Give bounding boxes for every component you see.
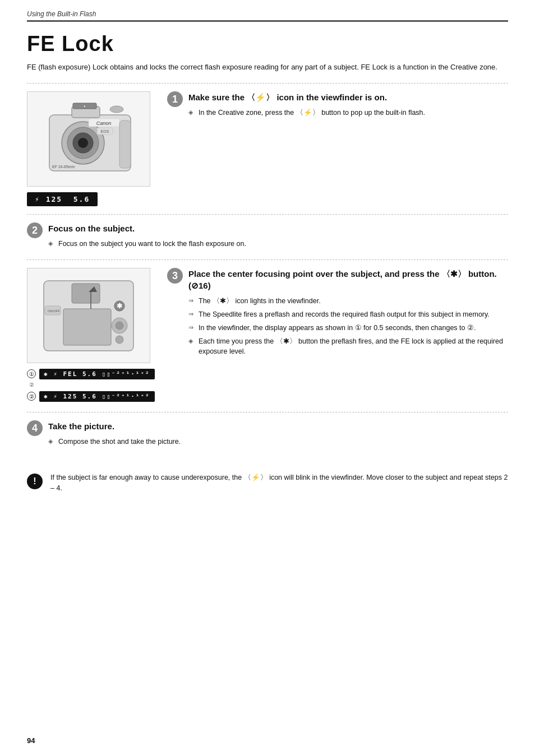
section-divider-2 <box>27 214 508 215</box>
viewfinder-display-1: ⚡ 125 5.6 <box>27 192 98 206</box>
step-3-displays: ① ✱ ⚡ FEL 5.6 ▯▯⁻²⁺¹·¹⁺² ② ② ✱ ⚡ 125 5.6… <box>27 368 156 402</box>
svg-text:EF 24-85mm: EF 24-85mm <box>52 165 75 169</box>
step-1-title: Make sure the 〈⚡〉 icon in the viewfinder… <box>188 91 508 103</box>
step-3-bullet-2: The Speedlite fires a preflash and recor… <box>188 309 508 320</box>
svg-rect-16 <box>72 284 100 303</box>
svg-text:EOS: EOS <box>101 129 109 133</box>
step-3-text: Place the center focusing point over the… <box>188 268 508 360</box>
svg-point-5 <box>78 138 88 148</box>
svg-rect-17 <box>63 309 111 345</box>
page-title: FE Lock <box>27 32 508 56</box>
svg-rect-10 <box>119 120 131 168</box>
step-2-title: Focus on the subject. <box>48 222 508 234</box>
page-number: 94 <box>27 736 35 745</box>
step-1-block: 1 Make sure the 〈⚡〉 icon in the viewfind… <box>167 91 508 121</box>
section-divider-4 <box>27 412 508 412</box>
circle-2-label: ② <box>29 382 156 388</box>
display-row-2: ② ✱ ⚡ 125 5.6 ▯▯⁻²⁺¹·¹⁺² <box>27 390 156 402</box>
camera-back-svg: ✱ ON OFF <box>33 272 145 359</box>
step-3-title: Place the center focusing point over the… <box>188 268 508 291</box>
step-1-row: Canon EOS ▪ EF 24-85mm <box>27 91 508 206</box>
step-3-block: 3 Place the center focusing point over t… <box>167 268 508 360</box>
step-2-bullets: Focus on the subject you want to lock th… <box>48 239 508 249</box>
step-3-bullets: The 〈✱〉 icon lights in the viewfinder. T… <box>188 296 508 357</box>
step-3-bullet-1: The 〈✱〉 icon lights in the viewfinder. <box>188 296 508 307</box>
step-4-content: Take the picture. Compose the shot and t… <box>48 420 508 450</box>
svg-text:Canon: Canon <box>96 120 112 126</box>
header-label: Using the Built-in Flash <box>27 10 508 18</box>
note-text: If the subject is far enough away to cau… <box>50 472 508 494</box>
camera-illustration-1: Canon EOS ▪ EF 24-85mm <box>27 91 150 187</box>
step-1-bullets: In the Creative zone, press the 〈⚡〉 butt… <box>188 108 508 118</box>
step-3-content: 3 Place the center focusing point over t… <box>167 268 508 363</box>
step-4-bullet-1: Compose the shot and take the picture. <box>48 437 508 447</box>
step-1-text: Make sure the 〈⚡〉 icon in the viewfinder… <box>188 91 508 121</box>
step-2-row: 2 Focus on the subject. Focus on the sub… <box>27 222 508 252</box>
step-2-content: Focus on the subject. Focus on the subje… <box>48 222 508 252</box>
display-row-1: ① ✱ ⚡ FEL 5.6 ▯▯⁻²⁺¹·¹⁺² <box>27 368 156 379</box>
step-3-bullet-3: In the viewfinder, the display appears a… <box>188 323 508 333</box>
circle-1: ① <box>27 369 36 378</box>
step-1-bullet-1: In the Creative zone, press the 〈⚡〉 butt… <box>188 108 508 118</box>
svg-text:▪: ▪ <box>84 104 86 109</box>
step-4-row: 4 Take the picture. Compose the shot and… <box>27 420 508 450</box>
svg-point-13 <box>110 106 123 113</box>
page: Using the Built-in Flash FE Lock FE (fla… <box>0 0 535 756</box>
step-2-number: 2 <box>27 222 43 238</box>
svg-point-24 <box>116 322 123 330</box>
header-rule <box>27 20 508 22</box>
camera-svg-1: Canon EOS ▪ EF 24-85mm <box>33 95 145 182</box>
step-1-number: 1 <box>167 91 183 107</box>
step-4-bullets: Compose the shot and take the picture. <box>48 437 508 447</box>
step-2-bullet-1: Focus on the subject you want to lock th… <box>48 239 508 249</box>
display-2-text: ✱ ⚡ 125 5.6 ▯▯⁻²⁺¹·¹⁺² <box>39 391 155 402</box>
step-3-image-area: ✱ ON OFF <box>27 268 156 404</box>
circle-2: ② <box>27 392 36 401</box>
step-4-title: Take the picture. <box>48 420 508 432</box>
step-3-row: ✱ ON OFF <box>27 268 508 404</box>
camera-illustration-2: ✱ ON OFF <box>27 268 150 363</box>
step-3-bullet-4: Each time you press the 〈✱〉 button the p… <box>188 336 508 358</box>
note-icon: ! <box>27 474 43 489</box>
display-1-text: ✱ ⚡ FEL 5.6 ▯▯⁻²⁺¹·¹⁺² <box>39 369 155 379</box>
svg-text:✱: ✱ <box>117 302 122 310</box>
svg-text:OFF: OFF <box>53 309 60 313</box>
step-1-image-area: Canon EOS ▪ EF 24-85mm <box>27 91 156 206</box>
section-divider-1 <box>27 83 508 84</box>
intro-text: FE (flash exposure) Lock obtains and loc… <box>27 62 508 73</box>
step-3-number: 3 <box>167 268 183 284</box>
step-1-content: 1 Make sure the 〈⚡〉 icon in the viewfind… <box>167 91 508 124</box>
svg-point-25 <box>116 336 123 344</box>
svg-text:ON: ON <box>48 309 53 313</box>
step-4-number: 4 <box>27 420 43 436</box>
section-divider-3 <box>27 259 508 260</box>
bottom-note: ! If the subject is far enough away to c… <box>27 467 508 494</box>
steps-wrapper: Canon EOS ▪ EF 24-85mm <box>27 91 508 451</box>
